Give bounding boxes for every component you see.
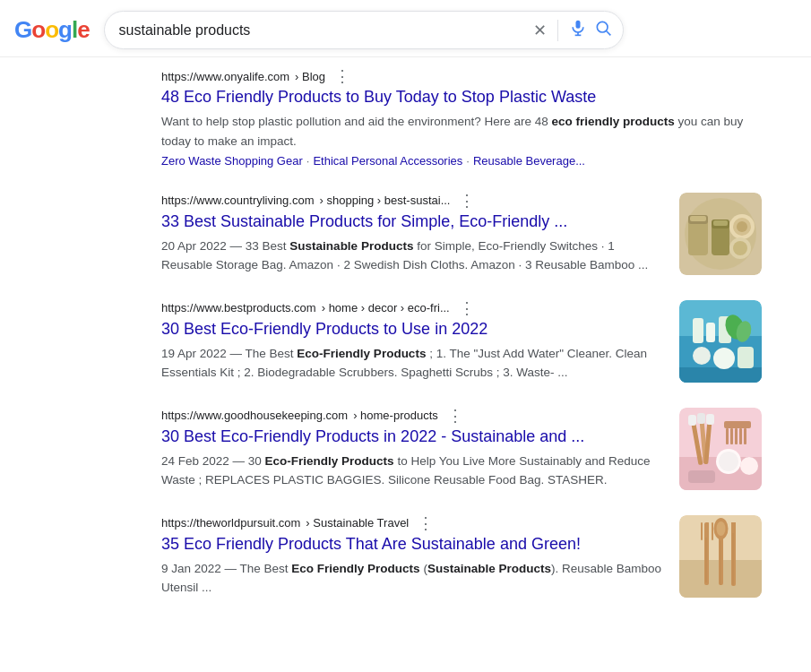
result-content: https://www.countryliving.com › shopping… <box>161 193 669 275</box>
svg-rect-22 <box>706 323 715 342</box>
result-content: https://www.goodhousekeeping.com › home-… <box>161 408 669 490</box>
result-url: https://www.bestproducts.com <box>161 301 316 314</box>
result-thumbnail <box>679 193 762 275</box>
svg-rect-0 <box>575 21 580 29</box>
google-logo[interactable]: Google <box>14 16 90 44</box>
result-thumbnail <box>679 515 762 598</box>
clear-icon[interactable]: ✕ <box>533 21 547 40</box>
result-url-row: https://theworldpursuit.com › Sustainabl… <box>161 515 669 531</box>
result-content: https://theworldpursuit.com › Sustainabl… <box>161 515 669 598</box>
result-content: https://www.bestproducts.com › home › de… <box>161 300 669 383</box>
result-snippet: 24 Feb 2022 — 30 Eco-Friendly Products t… <box>161 452 669 490</box>
result-title[interactable]: 48 Eco Friendly Products to Buy Today to… <box>161 86 762 108</box>
results-container: https://www.onyalife.com › Blog ⋮ 48 Eco… <box>0 57 762 633</box>
result-item: https://www.onyalife.com › Blog ⋮ 48 Eco… <box>161 68 762 168</box>
result-snippet: 20 Apr 2022 — 33 Best Sustainable Produc… <box>161 237 669 275</box>
result-options-icon[interactable]: ⋮ <box>459 300 475 316</box>
svg-rect-52 <box>712 522 713 540</box>
svg-rect-36 <box>706 414 714 425</box>
svg-point-27 <box>713 348 735 369</box>
result-url: https://www.countryliving.com <box>161 194 315 207</box>
result-links: Zero Waste Shopping Gear · Ethical Perso… <box>161 154 762 168</box>
result-url: https://theworldpursuit.com <box>161 516 300 530</box>
result-options-icon[interactable]: ⋮ <box>447 408 463 424</box>
svg-rect-51 <box>707 522 709 540</box>
svg-rect-7 <box>688 220 708 255</box>
svg-rect-46 <box>688 470 715 483</box>
svg-point-17 <box>733 241 747 255</box>
result-options-icon[interactable]: ⋮ <box>334 68 350 84</box>
svg-rect-28 <box>738 347 754 368</box>
result-snippet: Want to help stop plastic pollution and … <box>161 112 762 151</box>
result-snippet: 9 Jan 2022 — The Best Eco Friendly Produ… <box>161 559 669 598</box>
svg-rect-21 <box>693 318 703 343</box>
svg-rect-20 <box>679 367 762 383</box>
result-with-image: https://theworldpursuit.com › Sustainabl… <box>161 515 762 598</box>
result-title[interactable]: 33 Best Sustainable Products for Simple,… <box>161 211 669 233</box>
svg-rect-38 <box>726 428 729 444</box>
result-link-sep: · <box>466 154 470 168</box>
svg-point-45 <box>740 457 758 475</box>
svg-point-55 <box>717 521 726 536</box>
result-item: https://www.countryliving.com › shopping… <box>161 193 762 275</box>
svg-point-26 <box>693 347 711 365</box>
search-bar[interactable]: ✕ <box>104 11 624 49</box>
svg-rect-42 <box>744 428 746 444</box>
result-breadcrumb: › shopping › best-sustai... <box>320 194 451 207</box>
result-with-image: https://www.countryliving.com › shopping… <box>161 193 762 275</box>
result-link-ethical[interactable]: Ethical Personal Accessories <box>313 154 462 168</box>
result-thumbnail <box>679 300 762 383</box>
search-input[interactable] <box>119 22 526 39</box>
search-divider <box>557 20 558 41</box>
result-title[interactable]: 30 Best Eco-Friendly Products to Use in … <box>161 318 669 340</box>
svg-point-44 <box>719 452 738 471</box>
mic-icon[interactable] <box>569 19 587 41</box>
result-thumbnail <box>679 408 762 490</box>
svg-rect-39 <box>730 428 733 444</box>
result-item: https://www.goodhousekeeping.com › home-… <box>161 408 762 490</box>
svg-rect-34 <box>688 415 696 426</box>
result-item: https://www.bestproducts.com › home › de… <box>161 300 762 383</box>
result-link-reusable[interactable]: Reusable Beverage... <box>473 154 585 168</box>
svg-rect-35 <box>697 413 705 424</box>
result-breadcrumb: › home › decor › eco-fri... <box>322 301 450 314</box>
result-link-sep: · <box>306 154 310 168</box>
svg-rect-50 <box>701 522 703 540</box>
svg-point-3 <box>597 22 608 32</box>
result-with-image: https://www.bestproducts.com › home › de… <box>161 300 762 383</box>
result-with-image: https://www.goodhousekeeping.com › home-… <box>161 408 762 490</box>
search-icon[interactable] <box>594 19 612 41</box>
svg-rect-10 <box>712 224 729 255</box>
result-url-row: https://www.onyalife.com › Blog ⋮ <box>161 68 762 84</box>
result-options-icon[interactable]: ⋮ <box>459 193 475 209</box>
result-title[interactable]: 30 Best Eco-Friendly Products in 2022 - … <box>161 426 669 448</box>
svg-rect-53 <box>719 535 723 585</box>
result-breadcrumb: › Blog <box>295 70 325 83</box>
svg-point-15 <box>737 221 747 232</box>
result-url-row: https://www.bestproducts.com › home › de… <box>161 300 669 316</box>
svg-rect-40 <box>735 428 738 444</box>
result-breadcrumb: › Sustainable Travel <box>306 516 409 530</box>
result-url: https://www.onyalife.com <box>161 70 289 83</box>
result-url-row: https://www.goodhousekeeping.com › home-… <box>161 408 669 424</box>
result-breadcrumb: › home-products <box>353 409 438 422</box>
result-url-row: https://www.countryliving.com › shopping… <box>161 193 669 209</box>
svg-line-4 <box>606 31 610 36</box>
svg-rect-12 <box>713 220 728 226</box>
svg-rect-9 <box>690 216 706 221</box>
result-link-zero-waste[interactable]: Zero Waste Shopping Gear <box>161 154 303 168</box>
result-snippet: 19 Apr 2022 — The Best Eco-Friendly Prod… <box>161 344 669 383</box>
svg-rect-41 <box>739 428 742 444</box>
header: Google ✕ <box>0 0 811 57</box>
result-options-icon[interactable]: ⋮ <box>418 515 434 531</box>
result-item: https://theworldpursuit.com › Sustainabl… <box>161 515 762 598</box>
result-url: https://www.goodhousekeeping.com <box>161 409 348 422</box>
result-title[interactable]: 35 Eco Friendly Products That Are Sustai… <box>161 533 669 556</box>
svg-rect-37 <box>724 421 751 428</box>
